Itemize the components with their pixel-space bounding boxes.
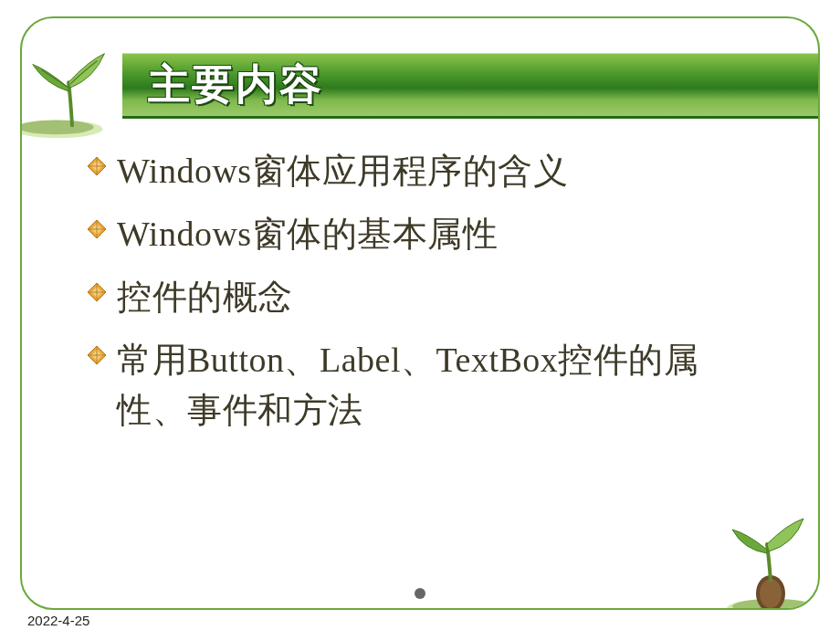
list-item: Windows窗体应用程序的含义 xyxy=(86,146,763,196)
footer-date: 2022-4-25 xyxy=(27,613,89,628)
diamond-bullet-icon xyxy=(86,155,111,181)
diamond-bullet-icon xyxy=(86,218,111,244)
page-indicator-dot xyxy=(415,588,425,599)
list-item-text: 控件的概念 xyxy=(117,272,293,322)
list-item: 控件的概念 xyxy=(86,272,763,322)
svg-point-1 xyxy=(20,120,94,134)
bullet-list: Windows窗体应用程序的含义 Windows窗体的基本属性 xyxy=(86,146,763,448)
slide-frame: 主要内容 Windows窗体应用程序的含义 xyxy=(20,16,820,610)
list-item-text: Windows窗体的基本属性 xyxy=(117,209,498,259)
slide-title: 主要内容 xyxy=(148,57,323,113)
list-item: Windows窗体的基本属性 xyxy=(86,209,763,259)
diamond-bullet-icon xyxy=(86,281,111,307)
svg-point-21 xyxy=(760,579,782,608)
title-bar: 主要内容 xyxy=(122,53,818,119)
list-item-text: 常用Button、Label、TextBox控件的属性、事件和方法 xyxy=(117,335,763,436)
sprout-right-decoration xyxy=(716,517,820,610)
list-item-text: Windows窗体应用程序的含义 xyxy=(117,146,568,196)
sprout-left-decoration xyxy=(20,42,128,142)
diamond-bullet-icon xyxy=(86,344,111,370)
list-item: 常用Button、Label、TextBox控件的属性、事件和方法 xyxy=(86,335,763,436)
